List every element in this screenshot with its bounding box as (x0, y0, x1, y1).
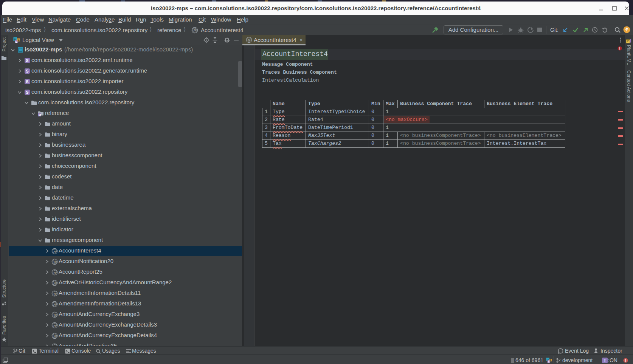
svg-text:N: N (54, 335, 56, 338)
svg-text:N: N (54, 260, 56, 264)
svg-text:N: N (54, 271, 56, 274)
svg-text:S: S (15, 40, 17, 43)
svg-text:S: S (26, 79, 28, 84)
svg-text:N: N (54, 303, 56, 306)
svg-text:N: N (248, 39, 250, 42)
svg-text:N: N (194, 28, 196, 32)
svg-text:S: S (26, 69, 28, 73)
svg-text:L: L (18, 38, 20, 42)
svg-text:N: N (54, 313, 56, 317)
svg-text:N: N (54, 292, 56, 296)
svg-text:L: L (550, 359, 552, 361)
svg-text:S: S (548, 360, 550, 363)
svg-text:N: N (54, 345, 56, 346)
svg-text:N: N (54, 324, 56, 327)
svg-text:N: N (54, 250, 56, 253)
svg-text:S: S (26, 90, 28, 94)
svg-text:S: S (26, 58, 28, 63)
svg-text:M: M (39, 113, 41, 116)
svg-text:N: N (54, 282, 56, 285)
